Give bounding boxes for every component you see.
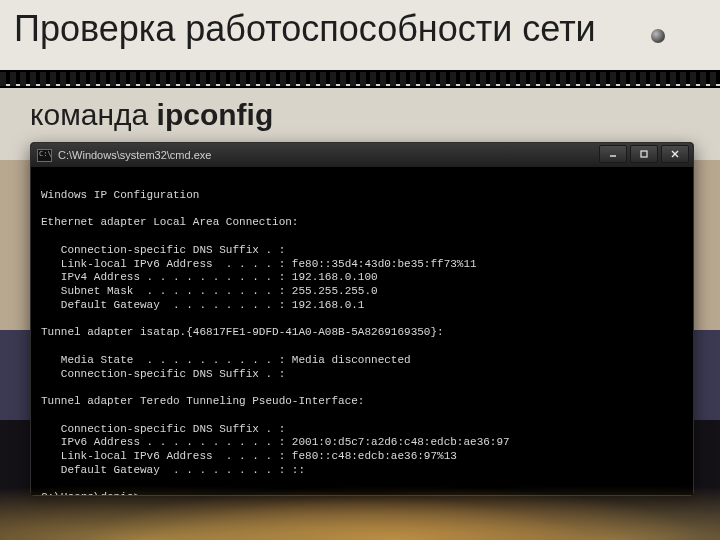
slide-title: Проверка работоспособности сети xyxy=(14,8,596,50)
terminal-output[interactable]: Windows IP Configuration Ethernet adapte… xyxy=(31,167,693,495)
titlebar[interactable]: C:\Windows\system32\cmd.exe xyxy=(31,143,693,168)
cmd-icon xyxy=(37,149,52,162)
close-icon xyxy=(670,149,680,159)
slide-stage: Проверка работоспособности сети команда … xyxy=(0,0,720,540)
subtitle-prefix: команда xyxy=(30,98,157,131)
divider-strip xyxy=(0,70,720,88)
svg-rect-1 xyxy=(641,151,647,157)
subtitle-command: ipconfig xyxy=(157,98,274,131)
close-button[interactable] xyxy=(661,145,689,163)
corner-bullet xyxy=(651,29,665,43)
slide-subtitle: команда ipconfig xyxy=(30,98,273,132)
window-title: C:\Windows\system32\cmd.exe xyxy=(58,150,211,161)
minimize-button[interactable] xyxy=(599,145,627,163)
window-buttons xyxy=(599,145,689,163)
maximize-button[interactable] xyxy=(630,145,658,163)
minimize-icon xyxy=(608,149,618,159)
cmd-window: C:\Windows\system32\cmd.exe Windows IP C… xyxy=(30,142,694,496)
maximize-icon xyxy=(639,149,649,159)
